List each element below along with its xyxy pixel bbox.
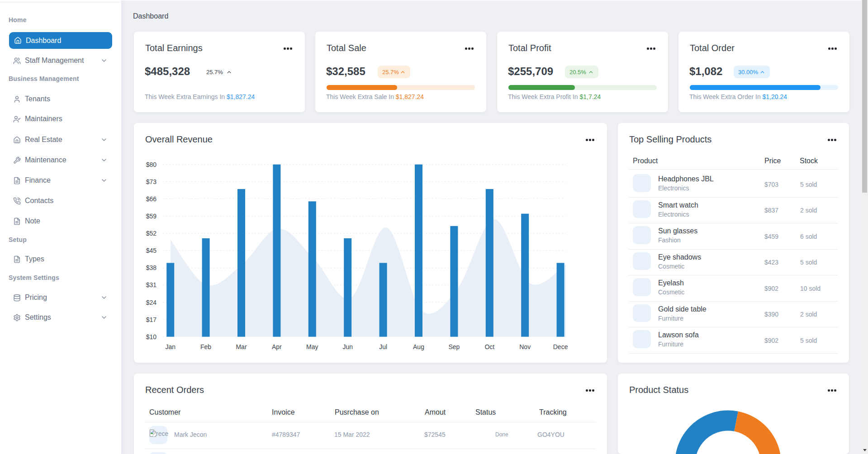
svg-text:Mar: Mar <box>236 343 247 350</box>
svg-text:Jul: Jul <box>379 343 387 350</box>
svg-text:Aug: Aug <box>413 343 424 350</box>
svg-text:Sep: Sep <box>448 343 460 350</box>
svg-text:$45: $45 <box>146 247 157 254</box>
svg-text:$59: $59 <box>146 213 157 220</box>
svg-text:$10: $10 <box>146 333 157 340</box>
svg-text:$24: $24 <box>146 299 157 306</box>
svg-text:$73: $73 <box>146 178 157 185</box>
svg-text:May: May <box>306 343 318 350</box>
svg-text:$31: $31 <box>146 281 157 288</box>
svg-text:$38: $38 <box>146 264 157 271</box>
svg-text:Dece: Dece <box>553 343 568 350</box>
svg-text:$66: $66 <box>146 195 157 203</box>
svg-text:Nov: Nov <box>519 343 531 350</box>
svg-text:Feb: Feb <box>200 343 211 350</box>
svg-text:Jun: Jun <box>342 343 353 350</box>
svg-text:Oct: Oct <box>484 343 494 350</box>
svg-text:$17: $17 <box>146 316 157 323</box>
svg-text:Apr: Apr <box>272 343 282 350</box>
svg-text:Jan: Jan <box>165 343 175 350</box>
svg-text:$80: $80 <box>146 161 157 168</box>
svg-text:$52: $52 <box>146 230 157 237</box>
